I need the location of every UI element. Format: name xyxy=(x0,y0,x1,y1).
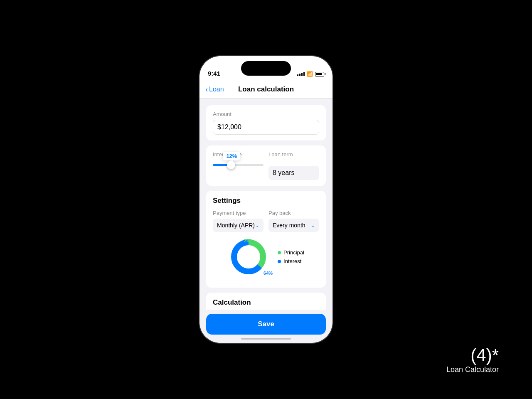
scroll-content[interactable]: Amount Interest rate 12% xyxy=(200,99,332,310)
battery-icon xyxy=(315,72,324,76)
screen: 9:41 📶 ‹ Loan Loan calculation xyxy=(200,56,332,343)
loan-term-value: 8 years xyxy=(273,169,294,177)
legend-principal: Principal xyxy=(278,249,304,256)
pay-back-section: Pay back Every month ⌄ xyxy=(268,210,319,232)
back-button[interactable]: ‹ Loan xyxy=(205,86,224,93)
payment-type-dropdown[interactable]: Monthly (APR) ⌄ xyxy=(213,219,264,232)
svg-point-2 xyxy=(238,246,259,267)
loan-term-section: Loan term 8 years xyxy=(268,151,319,180)
home-indicator xyxy=(241,338,291,340)
nav-header: ‹ Loan Loan calculation xyxy=(200,80,332,99)
page-title: Loan calculation xyxy=(238,85,294,94)
calculation-title: Calculation xyxy=(213,298,319,307)
phone-shell: 9:41 📶 ‹ Loan Loan calculation xyxy=(200,56,332,343)
back-label: Loan xyxy=(209,86,224,93)
status-time: 9:41 xyxy=(208,70,220,77)
signal-bars-icon xyxy=(297,72,305,76)
pie-wrapper: 36% 64% xyxy=(228,236,269,278)
slider-track[interactable] xyxy=(213,164,264,166)
payment-type-section: Payment type Monthly (APR) ⌄ xyxy=(213,210,264,232)
chart-legend: Principal Interest xyxy=(278,249,304,264)
watermark: (4)* Loan Calculator xyxy=(446,345,499,374)
principal-pct-label: 36% xyxy=(244,238,253,243)
interest-pct-label: 64% xyxy=(264,271,273,276)
slider-container[interactable]: 12% xyxy=(213,164,264,166)
slider-fill xyxy=(213,164,228,166)
interest-rate-section: Interest rate 12% xyxy=(213,151,264,180)
pay-back-chevron-icon: ⌄ xyxy=(311,222,315,228)
chart-container: 36% 64% xyxy=(213,232,319,282)
save-button[interactable]: Save xyxy=(206,314,326,335)
settings-row: Payment type Monthly (APR) ⌄ Pay back Ev… xyxy=(213,210,319,232)
slider-tooltip: 12% xyxy=(223,152,240,160)
signal-bar-1 xyxy=(297,74,298,76)
calculation-card: Calculation Monthly payment $195 Total p… xyxy=(206,293,326,310)
interest-legend-label: Interest xyxy=(283,258,301,264)
watermark-label: Loan Calculator xyxy=(446,365,499,374)
settings-title: Settings xyxy=(213,197,319,205)
amount-card: Amount xyxy=(206,105,326,140)
rate-term-row: Interest rate 12% Loan term 8 years xyxy=(213,151,319,180)
battery-fill xyxy=(316,73,322,75)
signal-bar-4 xyxy=(303,72,305,76)
legend-interest: Interest xyxy=(278,258,304,264)
payment-type-chevron-icon: ⌄ xyxy=(255,222,259,228)
loan-term-label: Loan term xyxy=(268,151,319,158)
settings-card: Settings Payment type Monthly (APR) ⌄ Pa… xyxy=(206,191,326,288)
dynamic-island xyxy=(241,61,291,76)
wifi-icon: 📶 xyxy=(307,71,313,77)
pay-back-dropdown[interactable]: Every month ⌄ xyxy=(268,219,319,232)
amount-label: Amount xyxy=(213,111,319,117)
pay-back-value: Every month xyxy=(273,222,305,229)
principal-dot xyxy=(278,251,281,254)
pay-back-label: Pay back xyxy=(268,210,319,216)
status-icons: 📶 xyxy=(297,71,324,77)
payment-type-label: Payment type xyxy=(213,210,264,216)
interest-dot xyxy=(278,260,281,263)
signal-bar-2 xyxy=(299,74,300,76)
loan-term-field[interactable]: 8 years xyxy=(268,166,319,180)
rate-term-card: Interest rate 12% Loan term 8 years xyxy=(206,145,326,186)
watermark-number: (4)* xyxy=(446,345,499,365)
signal-bar-3 xyxy=(301,73,303,76)
principal-legend-label: Principal xyxy=(283,249,304,256)
slider-thumb[interactable] xyxy=(227,161,235,169)
back-chevron-icon: ‹ xyxy=(205,86,208,93)
payment-type-value: Monthly (APR) xyxy=(217,222,255,229)
amount-input[interactable] xyxy=(213,120,319,135)
